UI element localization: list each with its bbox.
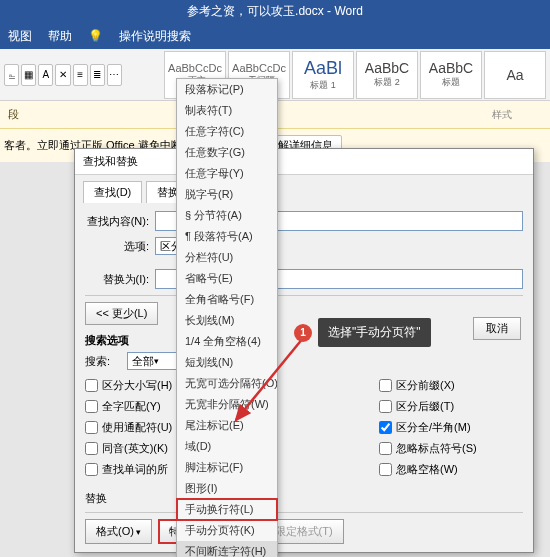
menu-item[interactable]: 无宽非分隔符(W) xyxy=(177,394,277,415)
divider xyxy=(85,512,523,513)
menu-item[interactable]: 尾注标记(E) xyxy=(177,415,277,436)
menu-item[interactable]: 脚注标记(F) xyxy=(177,457,277,478)
search-option-checkbox[interactable]: 忽略空格(W) xyxy=(379,462,523,477)
cancel-button[interactable]: 取消 xyxy=(473,317,521,340)
search-direction-combo[interactable]: 全部 xyxy=(127,352,181,370)
toolbar-button[interactable]: ⋯ xyxy=(107,64,122,86)
paragraph-label: 段 xyxy=(8,107,19,122)
menu-item[interactable]: 分栏符(U) xyxy=(177,247,277,268)
menu-item[interactable]: 段落标记(P) xyxy=(177,79,277,100)
find-replace-dialog: 查找和替换 查找(D) 替换(P) 查找内容(N): 选项: 区分 替换为(I)… xyxy=(74,148,534,553)
menu-item[interactable]: 任意字母(Y) xyxy=(177,163,277,184)
style-gallery-item[interactable]: AaBbC标题 xyxy=(420,51,482,99)
menu-item[interactable]: 全角省略号(F) xyxy=(177,289,277,310)
toolbar-button[interactable]: ⎁ xyxy=(4,64,19,86)
menu-item[interactable]: 手动分页符(K) xyxy=(177,520,277,541)
tell-me-search[interactable]: 操作说明搜索 xyxy=(119,28,191,45)
toolbar-button[interactable]: ≣ xyxy=(90,64,105,86)
menu-item[interactable]: 任意字符(C) xyxy=(177,121,277,142)
toolbar-button[interactable]: A xyxy=(38,64,53,86)
toolbar-button[interactable]: ✕ xyxy=(55,64,70,86)
options-label: 选项: xyxy=(85,239,149,254)
window-title: 参考之资，可以攻玉.docx - Word xyxy=(0,0,550,23)
dialog-titlebar: 查找和替换 xyxy=(75,149,533,175)
less-button[interactable]: << 更少(L) xyxy=(85,302,158,325)
style-gallery-item[interactable]: Aa xyxy=(484,51,546,99)
menu-item[interactable]: 无宽可选分隔符(O) xyxy=(177,373,277,394)
ribbon-tabs: 视图 帮助 💡 操作说明搜索 xyxy=(0,23,550,49)
format-button[interactable]: 格式(O) xyxy=(85,519,152,544)
menu-item[interactable]: 省略号(E) xyxy=(177,268,277,289)
menu-item[interactable]: ¶ 段落符号(A) xyxy=(177,226,277,247)
dialog-tabs: 查找(D) 替换(P) xyxy=(75,175,533,203)
annotation-callout: 1 选择"手动分页符" xyxy=(294,318,431,347)
special-characters-menu: 段落标记(P)制表符(T)任意字符(C)任意数字(G)任意字母(Y)脱字号(R)… xyxy=(176,78,278,557)
style-gallery-item[interactable]: AaBbC标题 2 xyxy=(356,51,418,99)
annotation-number-badge: 1 xyxy=(294,324,312,342)
toolbar-button[interactable]: ▦ xyxy=(21,64,36,86)
dialog-footer: 替换 格式(O) 特殊格式(E) 不限定格式(T) xyxy=(85,491,523,544)
menu-item[interactable]: 制表符(T) xyxy=(177,100,277,121)
find-what-label: 查找内容(N): xyxy=(85,214,149,229)
annotation-tooltip: 选择"手动分页符" xyxy=(318,318,431,347)
style-gallery-item[interactable]: AaBl标题 1 xyxy=(292,51,354,99)
styles-label: 样式 xyxy=(492,108,512,122)
menu-item[interactable]: 任意数字(G) xyxy=(177,142,277,163)
menu-item[interactable]: 短划线(N) xyxy=(177,352,277,373)
menu-item[interactable]: 脱字号(R) xyxy=(177,184,277,205)
search-option-checkbox[interactable]: 区分全/半角(M) xyxy=(379,420,523,435)
menu-item[interactable]: 手动换行符(L) xyxy=(176,498,278,521)
menu-item[interactable]: 长划线(M) xyxy=(177,310,277,331)
replace-section-label: 替换 xyxy=(85,491,523,506)
dialog-right-area: 取消 xyxy=(473,317,521,340)
menu-item[interactable]: 图形(I) xyxy=(177,478,277,499)
menu-item[interactable]: § 分节符(A) xyxy=(177,205,277,226)
search-option-checkbox[interactable]: 区分后缀(T) xyxy=(379,399,523,414)
menu-item[interactable]: 不间断连字符(H) xyxy=(177,541,277,557)
search-option-checkbox[interactable]: 忽略标点符号(S) xyxy=(379,441,523,456)
toolbar-button[interactable]: ≡ xyxy=(73,64,88,86)
lightbulb-icon: 💡 xyxy=(88,29,103,43)
menu-item[interactable]: 1/4 全角空格(4) xyxy=(177,331,277,352)
search-option-checkbox[interactable]: 区分前缀(X) xyxy=(379,378,523,393)
replace-with-label: 替换为(I): xyxy=(85,272,149,287)
tab-find[interactable]: 查找(D) xyxy=(83,181,142,203)
divider xyxy=(85,295,523,296)
tab-view[interactable]: 视图 xyxy=(8,28,32,45)
search-options: 搜索选项 搜索: 全部 区分大小写(H)全字匹配(Y)使用通配符(U)同音(英文… xyxy=(85,333,523,477)
tab-help[interactable]: 帮助 xyxy=(48,28,72,45)
menu-item[interactable]: 域(D) xyxy=(177,436,277,457)
checkbox-grid: 区分大小写(H)全字匹配(Y)使用通配符(U)同音(英文)(K)查找单词的所 区… xyxy=(85,378,523,477)
search-direction-label: 搜索: xyxy=(85,354,121,369)
dialog-title: 查找和替换 xyxy=(83,154,138,169)
